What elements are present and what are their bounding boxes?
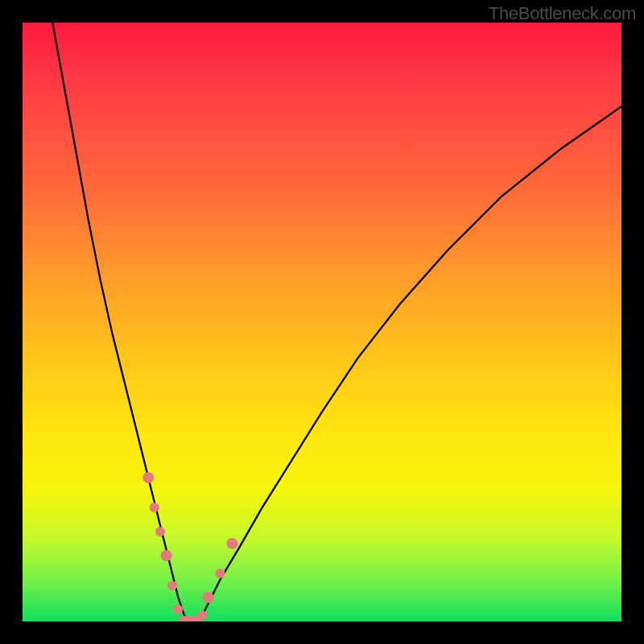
marker-point <box>197 611 207 621</box>
chart-frame: TheBottleneck.com <box>0 0 644 644</box>
marker-point <box>226 538 237 549</box>
plot-area <box>23 23 621 621</box>
marker-point <box>216 569 225 579</box>
curve-overlay <box>23 23 621 621</box>
marker-point <box>155 526 165 536</box>
marker-point <box>142 472 154 483</box>
marker-point <box>150 503 159 513</box>
highlight-markers <box>142 472 237 621</box>
marker-point <box>167 580 177 590</box>
marker-point <box>173 605 183 614</box>
bottleneck-curve <box>52 23 621 621</box>
marker-point <box>203 592 214 603</box>
watermark-text: TheBottleneck.com <box>489 3 636 24</box>
marker-point <box>161 550 172 561</box>
